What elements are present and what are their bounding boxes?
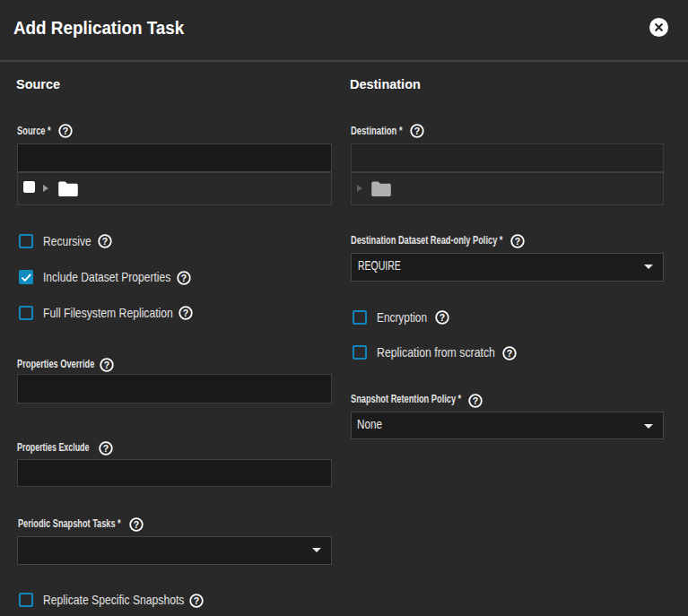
svg-text:?: ? <box>63 125 68 135</box>
svg-text:?: ? <box>473 395 478 406</box>
svg-text:?: ? <box>181 273 187 283</box>
svg-text:?: ? <box>101 235 107 246</box>
svg-text:?: ? <box>183 308 188 318</box>
svg-text:?: ? <box>194 594 199 605</box>
svg-text:?: ? <box>440 311 445 322</box>
svg-text:?: ? <box>103 443 109 454</box>
svg-text:?: ? <box>103 360 109 370</box>
svg-text:?: ? <box>514 235 519 246</box>
svg-text:?: ? <box>133 518 138 529</box>
svg-text:?: ? <box>414 125 419 135</box>
svg-text:?: ? <box>507 348 512 359</box>
